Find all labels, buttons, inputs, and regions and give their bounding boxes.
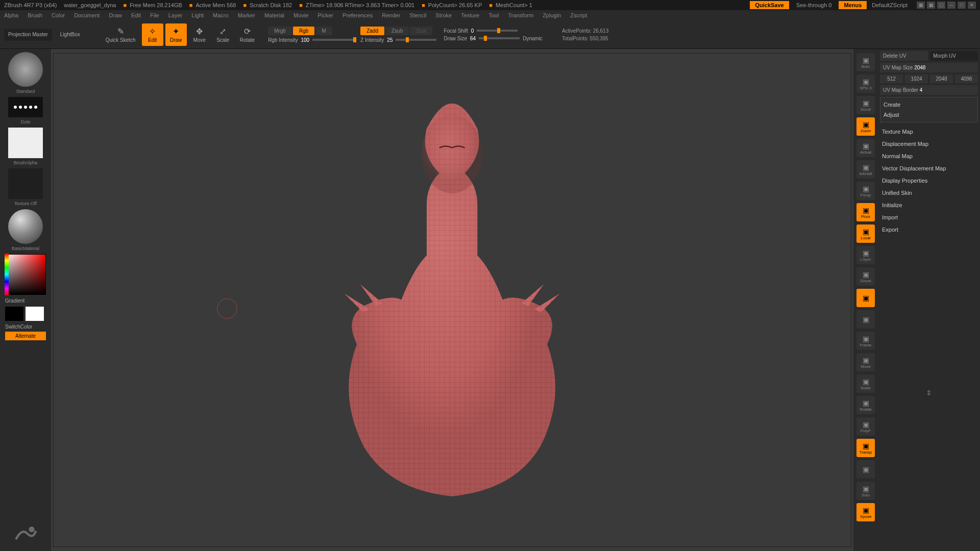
zcut-button[interactable]: Zcut xyxy=(410,27,432,35)
uv-size-2048[interactable]: 2048 xyxy=(930,74,953,83)
stroke-preview[interactable] xyxy=(8,97,43,117)
dynamic-label[interactable]: Dynamic xyxy=(523,36,543,41)
window-btn-3[interactable]: ▢ xyxy=(937,2,945,9)
menu-brush[interactable]: Brush xyxy=(28,12,42,18)
menu-macro[interactable]: Macro xyxy=(213,12,229,18)
sculpt-mesh[interactable] xyxy=(213,78,691,521)
menu-alpha[interactable]: Alpha xyxy=(4,12,18,18)
minimize-button[interactable]: ─ xyxy=(947,2,955,9)
material-preview[interactable] xyxy=(8,209,43,244)
menus-button[interactable]: Menus xyxy=(839,1,867,9)
uv-size-1024[interactable]: 1024 xyxy=(905,74,928,83)
adjust-section[interactable]: Adjust xyxy=(883,110,975,120)
menu-material[interactable]: Material xyxy=(264,12,284,18)
window-btn-1[interactable]: ▦ xyxy=(917,2,925,9)
morph-uv-button[interactable]: Morph UV xyxy=(930,51,978,61)
alternate-button[interactable]: Alternate xyxy=(5,332,46,340)
draw-size-slider[interactable] xyxy=(479,37,520,39)
m-button[interactable]: M xyxy=(315,27,332,35)
lightbox-button[interactable]: LightBox xyxy=(56,23,84,46)
resize-handle-icon[interactable]: ⇕ xyxy=(880,389,978,397)
uv-map-size-field[interactable]: UV Map Size 2048 xyxy=(880,63,978,72)
quicksave-button[interactable]: QuickSave xyxy=(750,1,789,9)
panel-import[interactable]: Import xyxy=(880,211,978,223)
rotate-button[interactable]: ⟳Rotate xyxy=(236,23,259,46)
menu-color[interactable]: Color xyxy=(52,12,65,18)
menu-draw[interactable]: Draw xyxy=(109,12,122,18)
menu-texture[interactable]: Texture xyxy=(461,12,479,18)
close-button[interactable]: ✕ xyxy=(968,2,976,9)
rtool-aahalf[interactable]: ▣AAHalf xyxy=(856,160,875,179)
scale-button[interactable]: ⤢Scale xyxy=(212,23,234,46)
draw-size-value[interactable]: 64 xyxy=(470,36,476,41)
panel-normal-map[interactable]: Normal Map xyxy=(880,150,978,162)
menu-preferences[interactable]: Preferences xyxy=(342,12,373,18)
menu-layer[interactable]: Layer xyxy=(168,12,183,18)
rtool-actual[interactable]: ▣Actual xyxy=(856,139,875,157)
menu-file[interactable]: File xyxy=(150,12,159,18)
rgb-button[interactable]: Rgb xyxy=(293,27,314,35)
projection-master-button[interactable]: Projection Master xyxy=(4,29,52,41)
rtool-zoom[interactable]: ▣Zoom xyxy=(856,117,875,136)
z-intensity-slider[interactable] xyxy=(396,39,436,41)
zadd-button[interactable]: Zadd xyxy=(360,27,384,35)
default-script[interactable]: DefaultZScript xyxy=(872,2,908,8)
menu-zplugin[interactable]: Zplugin xyxy=(543,12,561,18)
menu-picker[interactable]: Picker xyxy=(317,12,333,18)
menu-stroke[interactable]: Stroke xyxy=(435,12,452,18)
rtool-ghost[interactable]: ▣Ghost xyxy=(856,267,875,286)
panel-initialize[interactable]: Initialize xyxy=(880,199,978,211)
zsub-button[interactable]: Zsub xyxy=(385,27,409,35)
menu-document[interactable]: Document xyxy=(74,12,100,18)
maximize-button[interactable]: □ xyxy=(958,2,966,9)
uv-size-512[interactable]: 512 xyxy=(880,74,903,83)
draw-button[interactable]: ✦Draw xyxy=(165,23,187,46)
panel-display-properties[interactable]: Display Properties xyxy=(880,174,978,187)
gradient-label[interactable]: Gradient xyxy=(3,297,48,305)
edit-button[interactable]: ✧Edit xyxy=(142,23,163,46)
rgb-intensity-value[interactable]: 100 xyxy=(301,37,310,43)
uv-size-4096[interactable]: 4096 xyxy=(955,74,978,83)
panel-vector-displacement-map[interactable]: Vector Displacement Map xyxy=(880,162,978,174)
rtool-persp[interactable]: ▣Persp xyxy=(856,182,875,200)
rtool-blank-19[interactable]: ▣ xyxy=(856,460,875,479)
panel-unified-skin[interactable]: Unified Skin xyxy=(880,187,978,199)
see-through[interactable]: See-through 0 xyxy=(796,2,832,8)
rtool-blank-11[interactable]: ▣ xyxy=(856,289,875,307)
rtool-lsym[interactable]: ▣LSym xyxy=(856,246,875,264)
menu-transform[interactable]: Transform xyxy=(508,12,533,18)
rtool-polyf[interactable]: ▣PolyF xyxy=(856,417,875,436)
rtool-brsh[interactable]: ▣Brsh xyxy=(856,53,875,71)
rtool-xpose[interactable]: ▣Xpose xyxy=(856,503,875,521)
rtool-floor[interactable]: ▣Floor xyxy=(856,203,875,221)
menu-render[interactable]: Render xyxy=(382,12,400,18)
focal-shift-value[interactable]: 0 xyxy=(471,28,474,34)
menu-tool[interactable]: Tool xyxy=(488,12,499,18)
menu-light[interactable]: Light xyxy=(191,12,204,18)
rtool-move[interactable]: ▣Move xyxy=(856,353,875,371)
viewport[interactable] xyxy=(53,53,851,547)
swatch-white[interactable] xyxy=(26,307,44,321)
z-intensity-value[interactable]: 25 xyxy=(387,37,393,43)
menu-movie[interactable]: Movie xyxy=(293,12,308,18)
mrgb-button[interactable]: Mrgb xyxy=(268,27,292,35)
focal-shift-slider[interactable] xyxy=(477,30,518,32)
rtool-blank-12[interactable]: ▣ xyxy=(856,310,875,329)
uv-map-border-field[interactable]: UV Map Border 4 xyxy=(880,85,978,95)
panel-displacement-map[interactable]: Displacement Map xyxy=(880,138,978,150)
quick-sketch-button[interactable]: ✎Quick Sketch xyxy=(102,23,140,46)
rtool-scroll[interactable]: ▣Scroll xyxy=(856,96,875,114)
menu-edit[interactable]: Edit xyxy=(131,12,141,18)
texture-preview[interactable] xyxy=(8,168,43,199)
rtool-transp[interactable]: ▣Transp xyxy=(856,439,875,457)
rtool-local[interactable]: ▣Local xyxy=(856,224,875,243)
delete-uv-button[interactable]: Delete UV xyxy=(880,51,928,61)
menu-marker[interactable]: Marker xyxy=(238,12,255,18)
panel-texture-map[interactable]: Texture Map xyxy=(880,126,978,138)
switch-color-button[interactable]: SwitchColor xyxy=(3,323,48,331)
move-button[interactable]: ✥Move xyxy=(189,23,210,46)
menu-zscript[interactable]: Zscript xyxy=(570,12,587,18)
rgb-intensity-slider[interactable] xyxy=(312,39,353,41)
rtool-frame[interactable]: ▣Frame xyxy=(856,332,875,350)
create-section[interactable]: Create xyxy=(883,99,975,110)
